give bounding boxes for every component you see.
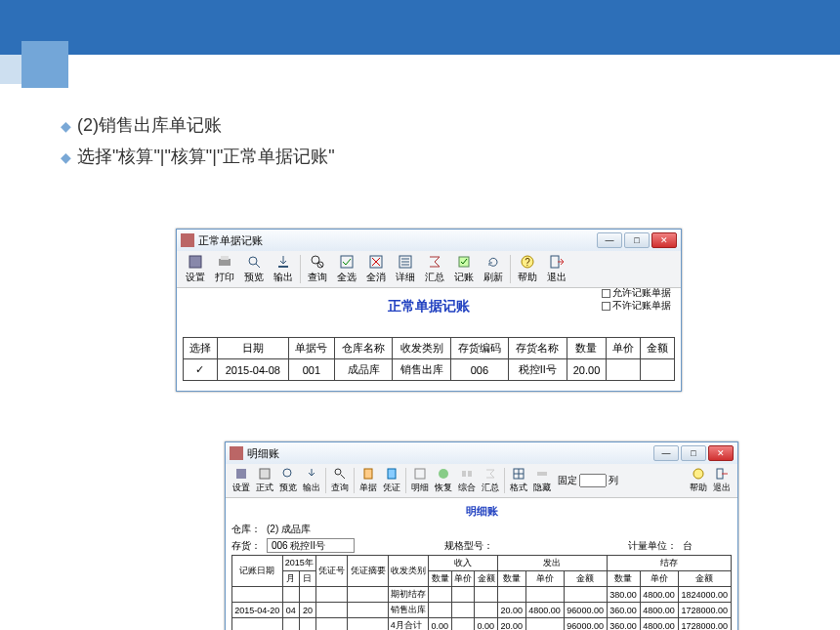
tb-summary[interactable]: 汇总 — [479, 466, 502, 495]
col-amt[interactable]: 金额 — [641, 338, 675, 359]
settings-icon — [234, 467, 248, 481]
col-date[interactable]: 日期 — [217, 338, 288, 359]
svg-point-3 — [249, 257, 257, 265]
exit-icon — [715, 467, 729, 481]
titlebar[interactable]: 明细账 — □ ✕ — [226, 442, 737, 464]
tb-formal[interactable]: 正式 — [253, 466, 276, 495]
svg-rect-1 — [219, 259, 231, 266]
app-icon — [230, 446, 243, 460]
posting-grid[interactable]: 选择 日期 单据号 仓库名称 收发类别 存货编码 存货名称 数量 单价 金额 ✓… — [183, 337, 675, 381]
svg-line-25 — [341, 475, 345, 479]
svg-rect-5 — [278, 266, 288, 268]
close-button[interactable]: ✕ — [651, 232, 677, 248]
window-title: 正常单据记账 — [198, 233, 597, 248]
format-icon — [512, 467, 525, 481]
svg-point-23 — [283, 469, 291, 477]
col-wh[interactable]: 仓库名称 — [334, 338, 392, 359]
slide-line-1: (2)销售出库单记账 — [77, 115, 222, 135]
col-price[interactable]: 单价 — [607, 338, 641, 359]
tb-summary[interactable]: 汇总 — [420, 253, 449, 285]
ledger-row[interactable]: 期初结存380.004800.001824000.00 — [232, 587, 732, 603]
titlebar[interactable]: 正常单据记账 — □ ✕ — [177, 230, 681, 251]
svg-point-24 — [335, 469, 341, 475]
summary-icon — [427, 254, 442, 270]
svg-rect-2 — [221, 256, 229, 260]
tb-query[interactable]: 查询 — [328, 466, 352, 495]
maximize-button[interactable]: □ — [624, 232, 650, 248]
ledger-row[interactable]: 2015-04-200420销售出库20.004800.0096000.0036… — [232, 603, 732, 618]
tb-help[interactable]: ?帮助 — [513, 253, 542, 285]
svg-rect-27 — [388, 469, 396, 479]
preview-icon — [246, 254, 262, 270]
tb-doc[interactable]: 单据 — [357, 466, 380, 495]
col-name[interactable]: 存货名称 — [509, 338, 567, 359]
tb-exit[interactable]: 退出 — [710, 466, 734, 495]
stock-label: 存货： — [231, 539, 261, 553]
col-select[interactable]: 选择 — [184, 338, 218, 359]
tb-settings[interactable]: 设置 — [181, 253, 210, 285]
tb-print[interactable]: 打印 — [210, 253, 239, 285]
help-icon — [692, 467, 705, 481]
svg-rect-31 — [468, 471, 472, 477]
search-icon — [310, 254, 325, 270]
minimize-button[interactable]: — — [653, 445, 679, 461]
tb-combine[interactable]: 综合 — [455, 466, 479, 495]
export-icon — [275, 254, 291, 270]
tb-detail[interactable]: 详细 — [391, 253, 420, 285]
tb-format[interactable]: 格式 — [507, 466, 530, 495]
tb-select-all[interactable]: 全选 — [332, 253, 361, 285]
deselect-icon — [368, 254, 384, 270]
svg-text:?: ? — [525, 257, 530, 268]
tb-export[interactable]: 输出 — [269, 253, 298, 285]
col-code[interactable]: 存货编码 — [450, 338, 508, 359]
tb-voucher[interactable]: 凭证 — [380, 466, 403, 495]
tb-query[interactable]: 查询 — [303, 253, 332, 285]
tb-exit[interactable]: 退出 — [542, 253, 571, 285]
detail-icon — [413, 467, 427, 481]
col-docno[interactable]: 单据号 — [288, 338, 334, 359]
tb-help[interactable]: 帮助 — [687, 466, 710, 495]
voucher-icon — [385, 467, 399, 481]
tb-refresh[interactable]: 刷新 — [479, 253, 508, 285]
slide-line-2: 选择"核算"|"核算"|"正常单据记账" — [77, 147, 335, 166]
window-normal-posting: 正常单据记账 — □ ✕ 设置 打印 预览 输出 查询 全选 全消 详细 汇总 … — [176, 229, 682, 392]
tb-preview[interactable]: 预览 — [276, 466, 300, 495]
toolbar: 设置 正式 预览 输出 查询 单据 凭证 明细 恢复 综合 汇总 格式 隐藏 固… — [226, 464, 737, 498]
restore-icon — [437, 467, 450, 481]
tb-deselect-all[interactable]: 全消 — [361, 253, 391, 285]
slide-body-text: ◆(2)销售出库单记账 ◆选择"核算"|"核算"|"正常单据记账" — [61, 113, 335, 176]
refresh-icon — [485, 254, 501, 270]
close-button[interactable]: ✕ — [708, 445, 734, 461]
unit-label: 计量单位： — [628, 539, 677, 553]
tb-hide[interactable]: 隐藏 — [530, 466, 554, 495]
window-title: 明细账 — [247, 446, 653, 461]
search-icon — [333, 467, 347, 481]
ledger-row[interactable]: 4月合计0.000.0020.0096000.00360.004800.0017… — [232, 618, 732, 631]
col-type[interactable]: 收发类别 — [393, 338, 450, 359]
fixed-col-input[interactable] — [579, 474, 607, 487]
tb-restore[interactable]: 恢复 — [432, 466, 455, 495]
grid-row[interactable]: ✓ 2015-04-08 001 成品库 销售出库 006 税控II号 20.0… — [184, 359, 675, 381]
svg-rect-28 — [415, 469, 425, 479]
tb-post[interactable]: 记账 — [449, 253, 479, 285]
stock-value[interactable]: 006 税控II号 — [267, 538, 355, 553]
tb-export[interactable]: 输出 — [300, 466, 323, 495]
tb-detail[interactable]: 明细 — [408, 466, 432, 495]
tb-preview[interactable]: 预览 — [239, 253, 269, 285]
svg-rect-21 — [236, 469, 246, 479]
svg-line-7 — [318, 263, 322, 267]
fixed-col-control[interactable]: 固定 列 — [558, 466, 618, 495]
col-qty[interactable]: 数量 — [567, 338, 607, 359]
exit-icon — [549, 254, 565, 270]
svg-rect-9 — [341, 256, 353, 268]
maximize-button[interactable]: □ — [681, 445, 706, 461]
svg-rect-30 — [462, 471, 466, 477]
combine-icon — [460, 467, 474, 481]
preview-icon — [281, 467, 295, 481]
help-icon: ? — [520, 254, 535, 270]
minimize-button[interactable]: — — [597, 232, 622, 248]
detail-icon — [398, 254, 413, 270]
app-icon — [181, 233, 194, 247]
ledger-grid[interactable]: 记账日期 2015年 凭证号 凭证摘要 收发类别 收入 发出 结存 月 日 数量… — [231, 555, 732, 630]
tb-settings[interactable]: 设置 — [230, 466, 253, 495]
